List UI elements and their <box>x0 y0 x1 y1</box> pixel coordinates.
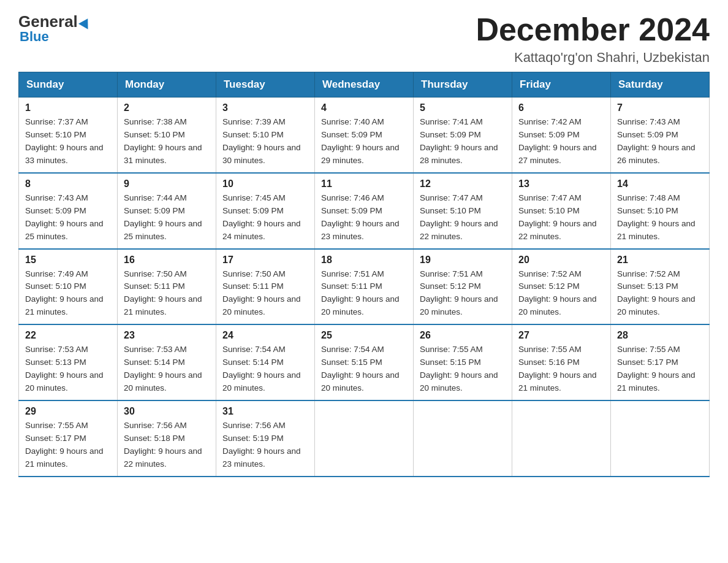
daylight-label: Daylight: 9 hours and 33 minutes. <box>25 143 104 165</box>
calendar-cell-week2-day2: 10 Sunrise: 7:45 AM Sunset: 5:09 PM Dayl… <box>216 173 315 249</box>
sunrise-label: Sunrise: 7:55 AM <box>518 345 582 354</box>
calendar-cell-week4-day0: 22 Sunrise: 7:53 AM Sunset: 5:13 PM Dayl… <box>19 324 118 400</box>
daylight-label: Daylight: 9 hours and 22 minutes. <box>124 446 202 469</box>
calendar-cell-week5-day0: 29 Sunrise: 7:55 AM Sunset: 5:17 PM Dayl… <box>19 400 118 477</box>
day-number: 1 <box>25 102 111 113</box>
sunset-label: Sunset: 5:16 PM <box>518 358 580 367</box>
daylight-label: Daylight: 9 hours and 21 minutes. <box>25 446 104 469</box>
daylight-label: Daylight: 9 hours and 20 minutes. <box>222 370 301 393</box>
sunset-label: Sunset: 5:09 PM <box>25 206 86 215</box>
sunset-label: Sunset: 5:17 PM <box>617 358 678 367</box>
day-info: Sunrise: 7:48 AM Sunset: 5:10 PM Dayligh… <box>617 192 703 243</box>
calendar-cell-week3-day0: 15 Sunrise: 7:49 AM Sunset: 5:10 PM Dayl… <box>19 249 118 325</box>
calendar-cell-week2-day6: 14 Sunrise: 7:48 AM Sunset: 5:10 PM Dayl… <box>611 173 710 249</box>
calendar-cell-week5-day6 <box>611 400 710 477</box>
calendar-week-5: 29 Sunrise: 7:55 AM Sunset: 5:17 PM Dayl… <box>19 400 710 477</box>
daylight-label: Daylight: 9 hours and 20 minutes. <box>25 370 104 393</box>
day-number: 12 <box>420 178 506 190</box>
calendar-cell-week2-day5: 13 Sunrise: 7:47 AM Sunset: 5:10 PM Dayl… <box>512 173 611 249</box>
day-info: Sunrise: 7:47 AM Sunset: 5:10 PM Dayligh… <box>420 192 506 243</box>
sunrise-label: Sunrise: 7:50 AM <box>124 269 187 278</box>
sunset-label: Sunset: 5:11 PM <box>321 282 382 291</box>
daylight-label: Daylight: 9 hours and 21 minutes. <box>25 294 104 316</box>
day-number: 30 <box>124 406 210 417</box>
sunrise-label: Sunrise: 7:52 AM <box>518 269 582 278</box>
day-number: 7 <box>617 102 703 113</box>
day-number: 19 <box>420 255 506 266</box>
day-number: 25 <box>321 330 407 341</box>
sunrise-label: Sunrise: 7:41 AM <box>420 117 483 126</box>
sunrise-label: Sunrise: 7:47 AM <box>518 193 582 202</box>
sunset-label: Sunset: 5:17 PM <box>25 434 86 443</box>
sunset-label: Sunset: 5:14 PM <box>124 358 185 367</box>
calendar-cell-week1-day2: 3 Sunrise: 7:39 AM Sunset: 5:10 PM Dayli… <box>216 98 315 173</box>
day-number: 16 <box>124 255 210 266</box>
sunrise-label: Sunrise: 7:53 AM <box>124 345 187 354</box>
day-info: Sunrise: 7:47 AM Sunset: 5:10 PM Dayligh… <box>518 192 604 243</box>
daylight-label: Daylight: 9 hours and 22 minutes. <box>420 219 498 241</box>
sunrise-label: Sunrise: 7:38 AM <box>124 117 187 126</box>
sunset-label: Sunset: 5:11 PM <box>222 282 284 291</box>
day-number: 28 <box>617 330 703 341</box>
day-number: 11 <box>321 178 407 190</box>
calendar-cell-week4-day2: 24 Sunrise: 7:54 AM Sunset: 5:14 PM Dayl… <box>216 324 315 400</box>
day-info: Sunrise: 7:46 AM Sunset: 5:09 PM Dayligh… <box>321 192 407 243</box>
day-info: Sunrise: 7:50 AM Sunset: 5:11 PM Dayligh… <box>124 268 210 320</box>
sunrise-label: Sunrise: 7:40 AM <box>321 117 384 126</box>
daylight-label: Daylight: 9 hours and 26 minutes. <box>617 143 696 165</box>
calendar-cell-week5-day3 <box>315 400 414 477</box>
sunset-label: Sunset: 5:10 PM <box>124 130 185 139</box>
day-info: Sunrise: 7:55 AM Sunset: 5:17 PM Dayligh… <box>617 343 703 395</box>
daylight-label: Daylight: 9 hours and 20 minutes. <box>124 370 202 393</box>
day-number: 23 <box>124 330 210 341</box>
calendar-cell-week5-day5 <box>512 400 611 477</box>
sunrise-label: Sunrise: 7:54 AM <box>222 345 286 354</box>
day-number: 4 <box>321 102 407 113</box>
title-block: December 2024 Kattaqo'rg'on Shahri, Uzbe… <box>476 12 710 66</box>
daylight-label: Daylight: 9 hours and 22 minutes. <box>518 219 597 241</box>
calendar-cell-week1-day6: 7 Sunrise: 7:43 AM Sunset: 5:09 PM Dayli… <box>611 98 710 173</box>
sunrise-label: Sunrise: 7:43 AM <box>617 117 680 126</box>
sunset-label: Sunset: 5:18 PM <box>124 434 185 443</box>
day-info: Sunrise: 7:38 AM Sunset: 5:10 PM Dayligh… <box>124 116 210 167</box>
day-number: 8 <box>25 178 111 190</box>
day-number: 27 <box>518 330 604 341</box>
logo-blue-text: Blue <box>18 29 49 45</box>
sunset-label: Sunset: 5:09 PM <box>518 130 580 139</box>
day-info: Sunrise: 7:40 AM Sunset: 5:09 PM Dayligh… <box>321 116 407 167</box>
daylight-label: Daylight: 9 hours and 23 minutes. <box>222 446 301 469</box>
calendar-cell-week3-day2: 17 Sunrise: 7:50 AM Sunset: 5:11 PM Dayl… <box>216 249 315 325</box>
sunrise-label: Sunrise: 7:43 AM <box>25 193 88 202</box>
calendar-week-4: 22 Sunrise: 7:53 AM Sunset: 5:13 PM Dayl… <box>19 324 710 400</box>
weekday-header-row: SundayMondayTuesdayWednesdayThursdayFrid… <box>19 72 710 98</box>
day-info: Sunrise: 7:56 AM Sunset: 5:18 PM Dayligh… <box>124 419 210 471</box>
day-info: Sunrise: 7:42 AM Sunset: 5:09 PM Dayligh… <box>518 116 604 167</box>
daylight-label: Daylight: 9 hours and 25 minutes. <box>124 219 202 241</box>
calendar-cell-week2-day3: 11 Sunrise: 7:46 AM Sunset: 5:09 PM Dayl… <box>315 173 414 249</box>
daylight-label: Daylight: 9 hours and 27 minutes. <box>518 143 597 165</box>
daylight-label: Daylight: 9 hours and 20 minutes. <box>518 294 597 316</box>
day-info: Sunrise: 7:41 AM Sunset: 5:09 PM Dayligh… <box>420 116 506 167</box>
day-number: 9 <box>124 178 210 190</box>
sunset-label: Sunset: 5:11 PM <box>124 282 185 291</box>
sunset-label: Sunset: 5:09 PM <box>124 206 185 215</box>
weekday-header-monday: Monday <box>118 72 216 98</box>
day-number: 24 <box>222 330 308 341</box>
day-info: Sunrise: 7:44 AM Sunset: 5:09 PM Dayligh… <box>124 192 210 243</box>
day-info: Sunrise: 7:39 AM Sunset: 5:10 PM Dayligh… <box>222 116 308 167</box>
sunrise-label: Sunrise: 7:45 AM <box>222 193 286 202</box>
weekday-header-friday: Friday <box>512 72 611 98</box>
calendar-cell-week1-day5: 6 Sunrise: 7:42 AM Sunset: 5:09 PM Dayli… <box>512 98 611 173</box>
day-info: Sunrise: 7:43 AM Sunset: 5:09 PM Dayligh… <box>25 192 111 243</box>
sunset-label: Sunset: 5:10 PM <box>518 206 580 215</box>
daylight-label: Daylight: 9 hours and 20 minutes. <box>321 294 400 316</box>
daylight-label: Daylight: 9 hours and 25 minutes. <box>25 219 104 241</box>
sunrise-label: Sunrise: 7:44 AM <box>124 193 187 202</box>
calendar-cell-week1-day0: 1 Sunrise: 7:37 AM Sunset: 5:10 PM Dayli… <box>19 98 118 173</box>
day-number: 13 <box>518 178 604 190</box>
calendar-cell-week1-day4: 5 Sunrise: 7:41 AM Sunset: 5:09 PM Dayli… <box>414 98 512 173</box>
weekday-header-saturday: Saturday <box>611 72 710 98</box>
day-info: Sunrise: 7:54 AM Sunset: 5:15 PM Dayligh… <box>321 343 407 395</box>
daylight-label: Daylight: 9 hours and 20 minutes. <box>420 294 498 316</box>
weekday-header-sunday: Sunday <box>19 72 118 98</box>
